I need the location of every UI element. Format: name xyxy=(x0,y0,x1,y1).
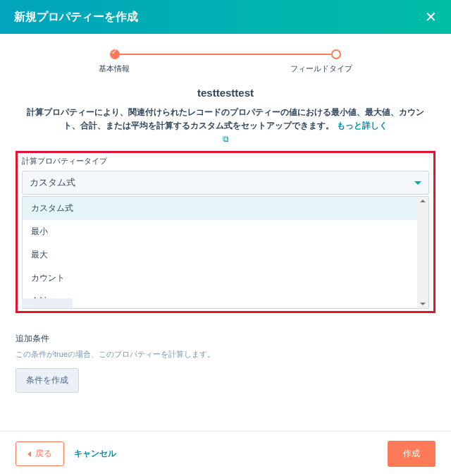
option-custom[interactable]: カスタム式 xyxy=(23,197,428,220)
step-track xyxy=(120,54,331,55)
calc-type-options[interactable]: カスタム式 最小 最大 カウント 合計 平均 xyxy=(23,197,428,308)
stepper xyxy=(16,49,435,59)
additional-title: 追加条件 xyxy=(16,333,435,345)
additional-conditions-section: 追加条件 この条件がtrueの場合、このプロパティーを計算します。 条件を作成 xyxy=(16,333,435,393)
dropdown-scrollbar[interactable] xyxy=(417,197,428,308)
create-condition-button[interactable]: 条件を作成 xyxy=(16,368,79,393)
step-1-label: 基本情報 xyxy=(99,63,130,74)
panel-footer: 戻る キャンセル 作成 xyxy=(0,431,451,476)
step-2-label: フィールドタイプ xyxy=(290,63,352,74)
external-link-icon[interactable]: ⧉ xyxy=(16,134,435,144)
panel-header: 新規プロパティーを作成 ✕ xyxy=(0,0,451,34)
calc-type-label: 計算プロパティータイプ xyxy=(22,156,429,166)
hidden-field-fragment xyxy=(22,298,73,308)
close-icon[interactable]: ✕ xyxy=(425,8,437,25)
create-property-panel: 新規プロパティーを作成 ✕ 基本情報 フィールドタイプ testtesttest… xyxy=(0,0,451,476)
back-button[interactable]: 戻る xyxy=(16,441,64,466)
chevron-left-icon xyxy=(27,451,31,457)
step-2-dot[interactable] xyxy=(331,49,341,59)
option-count[interactable]: カウント xyxy=(23,267,428,290)
cancel-link[interactable]: キャンセル xyxy=(74,448,116,460)
additional-help: この条件がtrueの場合、このプロパティーを計算します。 xyxy=(16,349,435,360)
calc-type-selected: カスタム式 xyxy=(30,176,75,189)
step-labels: 基本情報 フィールドタイプ xyxy=(99,63,352,74)
back-label: 戻る xyxy=(35,448,52,460)
option-sum[interactable]: 合計 xyxy=(23,290,428,308)
learn-more-link[interactable]: もっと詳しく xyxy=(337,121,388,130)
description: 計算プロパティーにより、関連付けられたレコードのプロパティーの値における最小値、… xyxy=(24,106,427,133)
panel-content: 基本情報 フィールドタイプ testtesttest 計算プロパティーにより、関… xyxy=(0,34,451,431)
calc-type-select[interactable]: カスタム式 xyxy=(22,171,429,195)
calc-type-highlight: 計算プロパティータイプ カスタム式 カスタム式 最小 最大 カウント 合計 平均 xyxy=(16,151,435,313)
create-button[interactable]: 作成 xyxy=(388,441,435,467)
option-max[interactable]: 最大 xyxy=(23,243,428,267)
calc-type-dropdown: カスタム式 最小 最大 カウント 合計 平均 xyxy=(22,196,429,309)
option-min[interactable]: 最小 xyxy=(23,220,428,243)
property-name: testtesttest xyxy=(16,87,435,99)
step-1-dot[interactable] xyxy=(110,49,120,59)
footer-left: 戻る キャンセル xyxy=(16,441,116,466)
panel-title: 新規プロパティーを作成 xyxy=(14,10,138,25)
chevron-down-icon xyxy=(414,181,421,185)
